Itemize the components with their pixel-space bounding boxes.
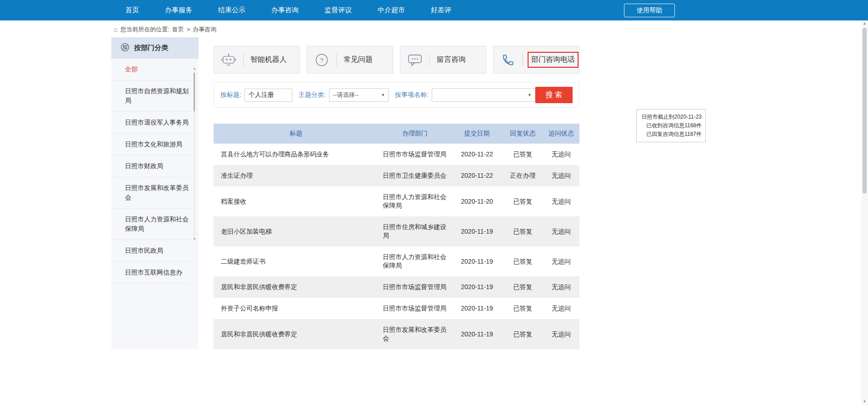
content-area: 按部门分类 全部 日照市自然资源和规划局 日照市退役军人事务局 日照市文化和旅游… <box>111 37 868 349</box>
nav-item-intermediary[interactable]: 中介超市 <box>378 6 405 15</box>
tab-message-consult[interactable]: 留言咨询 <box>400 46 486 74</box>
category-select[interactable]: --请选择-- ▼ <box>329 88 389 102</box>
sidebar-item-civil-affairs[interactable]: 日照市民政局 <box>111 240 191 262</box>
sidebar-scroll-thumb[interactable] <box>194 73 195 111</box>
main-panel: 智能机器人 ? 常见问题 <box>214 37 579 349</box>
page-scrollbar[interactable]: ▲ ▼ <box>861 20 868 405</box>
cell-followup-status: 无追问 <box>543 246 579 276</box>
stats-line-deadline: 日照市截止到2020-11-23 <box>640 113 702 121</box>
cell-date: 2020-11-22 <box>451 144 503 165</box>
cell-date: 2020-11-19 <box>451 319 503 349</box>
sidebar-scroll-up-icon[interactable]: ▲ <box>192 66 197 71</box>
nav-item-results[interactable]: 结果公示 <box>218 6 245 15</box>
home-icon: ⌂ <box>114 26 118 33</box>
search-button[interactable]: 搜 索 <box>535 87 573 103</box>
item-name-select[interactable]: ▼ <box>432 88 535 102</box>
cell-date: 2020-11-19 <box>451 216 503 246</box>
divider <box>429 53 430 67</box>
table-header-row: 标题 办理部门 提交日期 回复状态 追问状态 <box>214 124 579 144</box>
sidebar-scrollbar[interactable]: ▲ ▼ <box>192 66 197 280</box>
sidebar-item-culture-tourism[interactable]: 日照市文化和旅游局 <box>111 134 191 155</box>
table-row: 准生证办理 日照市卫生健康委员会 2020-11-22 正在办理 无追问 <box>214 165 579 186</box>
category-label: 主题分类: <box>299 91 326 99</box>
sidebar-item-finance[interactable]: 日照市财政局 <box>111 155 191 177</box>
nav-item-home[interactable]: 首页 <box>125 6 139 15</box>
divider <box>243 53 244 67</box>
table-row: 外资子公司名称申报 日照市市场监督管理局 2020-11-19 已答复 无追问 <box>214 298 579 319</box>
cell-reply-status: 已答复 <box>503 298 543 319</box>
page-scrollbar-thumb[interactable] <box>863 28 867 194</box>
nav-item-services[interactable]: 办事服务 <box>165 6 192 15</box>
cell-title[interactable]: 老旧小区加装电梯 <box>214 216 378 246</box>
scroll-down-icon[interactable]: ▼ <box>861 399 868 405</box>
tab-faq[interactable]: ? 常见问题 <box>307 46 393 74</box>
cell-reply-status: 已答复 <box>503 216 543 246</box>
department-list: 全部 日照市自然资源和规划局 日照市退役军人事务局 日照市文化和旅游局 日照市财… <box>111 59 199 284</box>
sidebar-scroll-down-icon[interactable]: ▼ <box>192 237 197 241</box>
sidebar-item-natural-resources[interactable]: 日照市自然资源和规划局 <box>111 80 191 112</box>
sidebar-item-internet-info[interactable]: 日照市互联网信息办 <box>111 262 191 284</box>
cell-title[interactable]: 莒县什么地方可以办理商品条形码业务 <box>214 144 378 165</box>
chat-icon <box>400 53 429 67</box>
cell-reply-status: 正在办理 <box>503 165 543 186</box>
sidebar-title: 按部门分类 <box>134 44 168 52</box>
cell-title[interactable]: 居民和非居民供暖收费界定 <box>214 276 378 298</box>
cell-reply-status: 已答复 <box>503 144 543 165</box>
cell-date: 2020-11-19 <box>451 276 503 298</box>
cell-date: 2020-11-19 <box>451 298 503 319</box>
sidebar-item-human-resources[interactable]: 日照市人力资源和社会保障局 <box>111 209 191 240</box>
cell-department: 日照市发展和改革委员会 <box>378 319 451 349</box>
sidebar-item-veterans-affairs[interactable]: 日照市退役军人事务局 <box>111 112 191 134</box>
cell-title[interactable]: 二级建造师证书 <box>214 246 378 276</box>
cell-reply-status: 已答复 <box>503 319 543 349</box>
title-search-input[interactable] <box>244 89 292 102</box>
cell-date: 2020-11-20 <box>451 186 503 216</box>
cell-department: 日照市卫生健康委员会 <box>378 165 451 186</box>
breadcrumb-prefix: 您当前所在的位置: <box>120 25 170 34</box>
cell-followup-status: 无追问 <box>543 165 579 186</box>
sidebar-item-development-reform[interactable]: 日照市发展和改革委员会 <box>111 177 191 209</box>
robot-icon <box>214 53 243 67</box>
top-navigation: 首页 办事服务 结果公示 办事咨询 监督评议 中介超市 好差评 使用帮助 <box>0 0 868 20</box>
cell-title[interactable]: 档案接收 <box>214 186 378 216</box>
cell-followup-status: 无追问 <box>543 276 579 298</box>
scroll-up-icon[interactable]: ▲ <box>861 20 868 27</box>
help-button[interactable]: 使用帮助 <box>624 4 675 17</box>
nav-item-review[interactable]: 好差评 <box>431 6 451 15</box>
tab-smart-robot[interactable]: 智能机器人 <box>214 46 300 74</box>
chevron-down-icon: ▼ <box>378 93 388 97</box>
cell-title[interactable]: 准生证办理 <box>214 165 378 186</box>
table-row: 居民和非居民供暖收费界定 日照市发展和改革委员会 2020-11-19 已答复 … <box>214 319 579 349</box>
cell-reply-status: 已答复 <box>503 276 543 298</box>
tab-phone-consult[interactable]: 部门咨询电话 <box>493 46 579 74</box>
nav-item-consultation[interactable]: 办事咨询 <box>271 6 299 15</box>
phone-icon <box>494 54 523 66</box>
cell-followup-status: 无追问 <box>543 144 579 165</box>
breadcrumb: ⌂ 您当前所在的位置: 首页 > 办事咨询 <box>114 25 868 33</box>
stats-line-received: 已收到咨询信息1168件 <box>640 121 702 130</box>
consultation-stats-box: 日照市截止到2020-11-23 已收到咨询信息1168件 已回复咨询信息116… <box>636 109 706 142</box>
col-header-title: 标题 <box>214 124 378 144</box>
cell-reply-status: 已答复 <box>503 186 543 216</box>
cell-department: 日照市市场监督管理局 <box>378 276 451 298</box>
sidebar-header: 按部门分类 <box>111 37 199 59</box>
cell-department: 日照市人力资源和社会保障局 <box>378 186 451 216</box>
question-icon: ? <box>307 53 336 67</box>
cell-department: 日照市市场监督管理局 <box>378 144 451 165</box>
divider <box>523 53 523 67</box>
service-tabs: 智能机器人 ? 常见问题 <box>214 46 579 74</box>
cell-date: 2020-11-19 <box>451 246 503 276</box>
cell-title[interactable]: 外资子公司名称申报 <box>214 298 378 319</box>
sidebar-item-all[interactable]: 全部 <box>111 59 191 80</box>
breadcrumb-home-link[interactable]: 首页 <box>172 25 184 34</box>
nav-item-supervision[interactable]: 监督评议 <box>324 6 352 15</box>
table-row: 莒县什么地方可以办理商品条形码业务 日照市市场监督管理局 2020-11-22 … <box>214 144 579 165</box>
divider <box>336 53 337 67</box>
category-select-value: --请选择-- <box>333 91 359 99</box>
stats-line-replied: 已回复咨询信息1167件 <box>640 130 702 139</box>
cell-followup-status: 无追问 <box>543 216 579 246</box>
table-row: 二级建造师证书 日照市人力资源和社会保障局 2020-11-19 已答复 无追问 <box>214 246 579 276</box>
table-row: 老旧小区加装电梯 日照市住房和城乡建设局 2020-11-19 已答复 无追问 <box>214 216 579 246</box>
tab-label: 常见问题 <box>344 55 373 65</box>
cell-title[interactable]: 居民和非居民供暖收费界定 <box>214 319 378 349</box>
